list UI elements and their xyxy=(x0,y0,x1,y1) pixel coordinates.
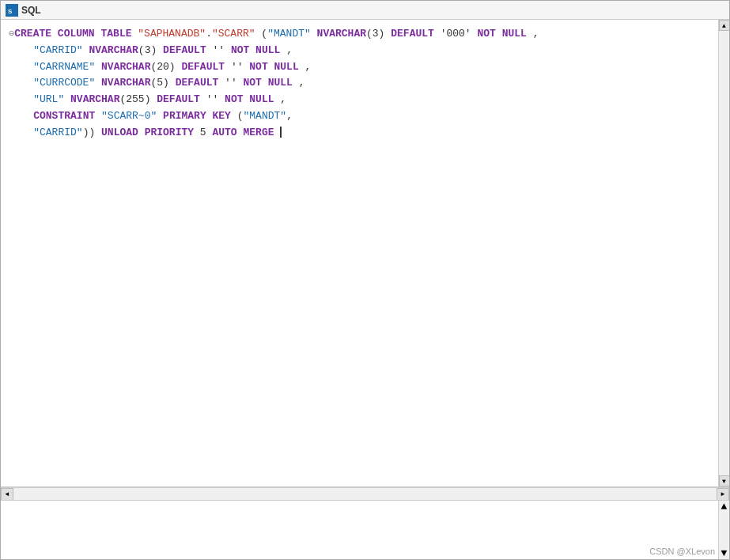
scroll-up-arrow[interactable]: ▲ xyxy=(719,20,730,31)
vertical-scrollbar[interactable]: ▲ ▼ xyxy=(718,20,729,486)
title-bar-label: SQL xyxy=(21,5,41,16)
watermark: CSDN @XLevon xyxy=(649,547,715,556)
main-area: ⊖CREATE COLUMN TABLE "SAPHANADB"."SCARR"… xyxy=(1,20,729,559)
code-line: ⊖CREATE COLUMN TABLE "SAPHANADB"."SCARR"… xyxy=(9,26,721,43)
bottom-scroll-up-arrow[interactable]: ▲ xyxy=(721,501,728,513)
scroll-left-arrow[interactable]: ◄ xyxy=(1,488,13,501)
editor-area[interactable]: ⊖CREATE COLUMN TABLE "SAPHANADB"."SCARR"… xyxy=(1,20,729,487)
scroll-track xyxy=(13,488,717,500)
horizontal-scrollbar[interactable]: ◄ ► xyxy=(1,487,729,500)
code-line: "URL" NVARCHAR(255) DEFAULT '' NOT NULL … xyxy=(9,92,721,108)
title-bar: S SQL xyxy=(1,1,729,20)
bottom-scroll-down-arrow[interactable]: ▼ xyxy=(721,547,728,559)
bottom-panel: ▲ ▼ CSDN @XLevon xyxy=(1,500,729,559)
main-window: S SQL ⊖CREATE COLUMN TABLE "SAPHANADB"."… xyxy=(0,0,730,560)
code-line: "CURRCODE" NVARCHAR(5) DEFAULT '' NOT NU… xyxy=(9,75,721,92)
code-line: CONSTRAINT "SCARR~0" PRIMARY KEY ("MANDT… xyxy=(9,108,721,125)
scroll-down-arrow[interactable]: ▼ xyxy=(719,475,730,486)
bottom-vertical-scrollbar[interactable]: ▲ ▼ xyxy=(718,501,729,559)
code-line: "CARRID")) UNLOAD PRIORITY 5 AUTO MERGE xyxy=(9,125,721,142)
sql-icon: S xyxy=(6,4,18,17)
editor-content: ⊖CREATE COLUMN TABLE "SAPHANADB"."SCARR"… xyxy=(1,20,729,148)
scroll-right-arrow[interactable]: ► xyxy=(717,488,729,501)
code-line: "CARRNAME" NVARCHAR(20) DEFAULT '' NOT N… xyxy=(9,59,721,76)
svg-text:S: S xyxy=(8,8,13,15)
code-line: "CARRID" NVARCHAR(3) DEFAULT '' NOT NULL… xyxy=(9,43,721,59)
